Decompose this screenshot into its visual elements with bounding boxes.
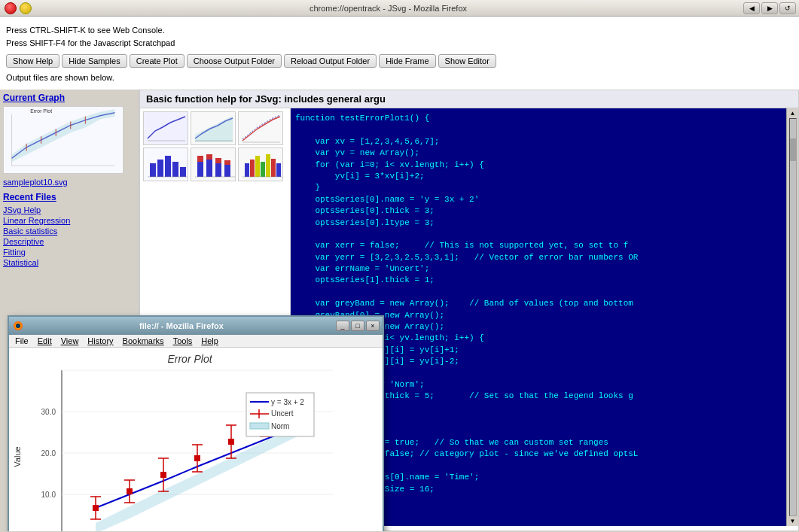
- svg-rect-27: [206, 160, 212, 177]
- float-menu-file[interactable]: File: [15, 336, 29, 345]
- firefox-icon: [12, 320, 24, 332]
- browser-reload-button[interactable]: ↺: [779, 2, 796, 14]
- svg-rect-38: [261, 162, 265, 177]
- svg-text:Error Plot: Error Plot: [30, 108, 52, 114]
- browser-title: chrome://opentrack - JSvg - Mozilla Fire…: [33, 4, 743, 13]
- svg-text:Value: Value: [13, 446, 22, 467]
- float-maximize-button[interactable]: □: [351, 321, 364, 331]
- float-menu-tools[interactable]: Tools: [173, 336, 193, 345]
- svg-rect-31: [224, 165, 230, 177]
- thumb-item-1[interactable]: [143, 111, 188, 145]
- svg-rect-15: [239, 112, 283, 145]
- floating-window: file:// - Mozilla Firefox _ □ × File Edi…: [8, 315, 384, 531]
- scroll-thumb[interactable]: [790, 138, 796, 161]
- recent-files-link[interactable]: Recent Files: [3, 192, 136, 202]
- float-close-button[interactable]: ×: [366, 321, 380, 331]
- thumb-item-3[interactable]: [238, 111, 283, 145]
- svg-point-44: [16, 324, 20, 328]
- svg-rect-10: [144, 112, 188, 145]
- hide-frame-button[interactable]: Hide Frame: [379, 54, 435, 68]
- console-hints: Press CTRL-SHIFT-K to see Web Console. P…: [6, 21, 793, 52]
- svg-text:Uncert: Uncert: [271, 409, 294, 418]
- svg-rect-26: [197, 156, 203, 162]
- error-plot-svg: Error Plot 0.00 2.00 4.00 6.00: [9, 348, 371, 531]
- svg-rect-94: [228, 439, 234, 445]
- thumb-item-4[interactable]: [143, 147, 188, 181]
- float-menu-view[interactable]: View: [61, 336, 79, 345]
- reload-output-button[interactable]: Reload Output Folder: [284, 54, 377, 68]
- float-menu-bookmarks[interactable]: Bookmarks: [123, 336, 164, 345]
- svg-text:20.0: 20.0: [41, 449, 56, 458]
- float-titlebar: file:// - Mozilla Firefox _ □ ×: [9, 317, 383, 335]
- svg-rect-21: [172, 162, 178, 177]
- help-link-basic[interactable]: Basic statistics: [3, 226, 136, 236]
- thumb-row-1: [143, 111, 287, 145]
- svg-rect-22: [180, 167, 186, 177]
- vertical-scrollbar[interactable]: ▲ ▼: [786, 108, 798, 526]
- graph-thumbnail: Error Plot: [3, 106, 124, 174]
- choose-output-button[interactable]: Choose Output Folder: [187, 54, 282, 68]
- svg-rect-74: [93, 505, 99, 511]
- float-window-buttons: _ □ ×: [336, 321, 380, 331]
- current-graph-link[interactable]: Current Graph: [3, 93, 65, 103]
- float-menu-history[interactable]: History: [87, 336, 113, 345]
- svg-rect-89: [194, 455, 200, 461]
- output-text: Output files are shown below.: [6, 70, 793, 85]
- svg-rect-40: [271, 159, 276, 177]
- svg-rect-18: [150, 163, 156, 177]
- body-layout: Current Graph Error Plot sampleplot10.sv…: [0, 90, 799, 531]
- help-link-fitting[interactable]: Fitting: [3, 248, 136, 257]
- svg-rect-79: [127, 488, 133, 494]
- float-plot-area: Error Plot 0.00 2.00 4.00 6.00: [9, 348, 383, 531]
- svg-text:y = 3x + 2: y = 3x + 2: [271, 398, 304, 406]
- svg-rect-20: [165, 156, 171, 177]
- svg-rect-111: [250, 423, 269, 429]
- svg-rect-28: [206, 154, 212, 160]
- scroll-track[interactable]: [789, 118, 797, 516]
- toolbar: Show Help Hide Samples Create Plot Choos…: [6, 52, 793, 70]
- show-editor-button[interactable]: Show Editor: [438, 54, 496, 68]
- help-link-stats[interactable]: Statistical: [3, 258, 136, 267]
- svg-rect-35: [245, 163, 249, 177]
- float-menubar: File Edit View History Bookmarks Tools H…: [9, 335, 383, 348]
- svg-text:Norm: Norm: [271, 422, 289, 430]
- svg-filename[interactable]: sampleplot10.svg: [3, 178, 68, 187]
- main-content: Press CTRL-SHIFT-K to see Web Console. P…: [0, 17, 799, 90]
- svg-rect-36: [250, 160, 255, 177]
- help-link-jsvg[interactable]: JSvg Help: [3, 205, 136, 214]
- svg-rect-25: [197, 162, 203, 177]
- svg-rect-37: [255, 156, 260, 177]
- console-hint-1: Press CTRL-SHIFT-K to see Web Console.: [6, 24, 793, 37]
- svg-rect-19: [157, 160, 163, 177]
- help-link-linear[interactable]: Linear Regression: [3, 216, 136, 225]
- help-panel-header: Basic function help for JSvg: includes g…: [140, 90, 798, 108]
- help-links: JSvg Help Linear Regression Basic statis…: [3, 205, 136, 267]
- svg-rect-30: [215, 158, 221, 163]
- svg-rect-29: [215, 163, 221, 177]
- browser-back-button[interactable]: ◀: [743, 2, 760, 14]
- thumb-item-5[interactable]: [191, 147, 236, 181]
- svg-rect-45: [9, 348, 371, 531]
- float-menu-edit[interactable]: Edit: [38, 336, 52, 345]
- browser-forward-button[interactable]: ▶: [761, 2, 778, 14]
- float-menu-help[interactable]: Help: [201, 336, 218, 345]
- hide-samples-button[interactable]: Hide Samples: [62, 54, 127, 68]
- svg-rect-39: [266, 154, 270, 177]
- thumb-item-2[interactable]: [191, 111, 236, 145]
- float-window-title: file:// - Mozilla Firefox: [27, 321, 336, 330]
- svg-text:30.0: 30.0: [41, 408, 56, 416]
- svg-text:10.0: 10.0: [41, 491, 56, 499]
- svg-rect-84: [160, 472, 166, 478]
- svg-rect-32: [224, 160, 230, 165]
- browser-minimize-button[interactable]: [20, 2, 32, 14]
- help-link-desc[interactable]: Descriptive: [3, 237, 136, 246]
- float-minimize-button[interactable]: _: [336, 321, 349, 331]
- svg-text:Error Plot: Error Plot: [167, 353, 212, 365]
- thumb-item-6[interactable]: [238, 147, 283, 181]
- svg-rect-41: [276, 163, 281, 177]
- scroll-down-arrow[interactable]: ▼: [790, 516, 796, 526]
- browser-close-button[interactable]: [5, 2, 17, 14]
- show-help-button[interactable]: Show Help: [6, 54, 59, 68]
- create-plot-button[interactable]: Create Plot: [130, 54, 185, 68]
- scroll-up-arrow[interactable]: ▲: [790, 108, 796, 118]
